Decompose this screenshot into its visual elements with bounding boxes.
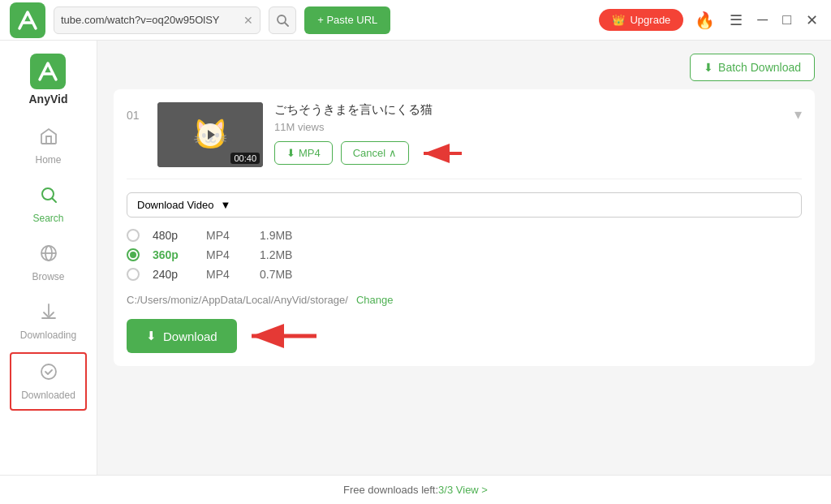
chevron-up-icon: ∧ [389, 147, 397, 159]
play-button[interactable] [199, 123, 222, 146]
upgrade-button[interactable]: 👑 Upgrade [599, 9, 683, 31]
format-dropdown[interactable]: Download Video ▼ [127, 192, 802, 218]
downloaded-icon [39, 362, 58, 386]
red-arrow-download [243, 321, 325, 351]
svg-point-7 [41, 364, 56, 379]
hamburger-icon[interactable]: ☰ [726, 8, 746, 32]
sidebar-browse-label: Browse [32, 271, 64, 282]
app-name-label: AnyVid [29, 93, 68, 106]
video-row: 01 00:40 ごちそうきまを言いにくる猫 11M views ⬇ MP4 [127, 102, 802, 179]
sidebar-downloaded-label: Downloaded [21, 390, 75, 401]
video-number: 01 [127, 102, 146, 122]
video-card: 01 00:40 ごちそうきまを言いにくる猫 11M views ⬇ MP4 [114, 89, 815, 366]
sidebar-downloading-label: Downloading [20, 330, 76, 341]
quality-row-480p[interactable]: 480p MP4 1.9MB [127, 229, 802, 242]
url-bar[interactable]: tube.com/watch?v=oq20w95OlSY ✕ [54, 6, 260, 34]
video-actions: ⬇ MP4 Cancel ∧ [274, 141, 783, 165]
video-title: ごちそうきまを言いにくる猫 [274, 102, 783, 118]
sidebar-item-home[interactable]: Home [0, 118, 97, 174]
quality-row-360p[interactable]: 360p MP4 1.2MB [127, 248, 802, 261]
mp4-button[interactable]: ⬇ MP4 [274, 141, 333, 165]
radio-360p[interactable] [127, 248, 140, 261]
svg-line-1 [285, 23, 288, 26]
maximize-icon[interactable]: □ [779, 8, 794, 32]
search-nav-icon [39, 185, 58, 209]
file-path-row: C:/Users/moniz/AppData/Local/AnyVid/stor… [127, 294, 802, 306]
url-text: tube.com/watch?v=oq20w95OlSY [61, 14, 239, 26]
duration-badge: 00:40 [230, 153, 260, 164]
sidebar-search-label: Search [32, 213, 63, 224]
sidebar-item-downloading[interactable]: Downloading [0, 294, 97, 349]
browse-icon [39, 243, 58, 268]
footer-view-link[interactable]: View > [456, 484, 488, 496]
change-path-link[interactable]: Change [356, 294, 394, 306]
video-row-chevron: ▾ [794, 106, 802, 123]
main-content: ⬇ Batch Download 01 00:40 ごちそうきまを言いにくる猫 … [97, 41, 831, 475]
quality-options: 480p MP4 1.9MB 360p MP4 1.2MB 240p [127, 229, 802, 281]
sidebar-logo-box [30, 54, 66, 89]
paste-url-button[interactable]: + Paste URL [304, 6, 390, 34]
video-info: ごちそうきまを言いにくる猫 11M views ⬇ MP4 Cancel ∧ [274, 102, 783, 165]
home-icon [39, 127, 58, 151]
download-icon-mp4: ⬇ [286, 147, 295, 159]
footer-count: 3/3 [438, 484, 453, 496]
url-clear-icon[interactable]: ✕ [243, 14, 253, 27]
minimize-icon[interactable]: ─ [754, 8, 771, 32]
video-views: 11M views [274, 121, 783, 133]
batch-download-button[interactable]: ⬇ Batch Download [690, 54, 815, 81]
file-path-text: C:/Users/moniz/AppData/Local/AnyVid/stor… [127, 294, 348, 306]
downloading-icon [39, 302, 58, 326]
menu-icon[interactable]: 🔥 [691, 7, 718, 33]
sidebar-logo: AnyVid [29, 54, 68, 106]
download-action-row: ⬇ Download [127, 319, 802, 353]
app-logo [10, 2, 45, 38]
download-icon-main: ⬇ [146, 329, 157, 343]
titlebar: tube.com/watch?v=oq20w95OlSY ✕ + Paste U… [0, 0, 831, 41]
sidebar-item-search[interactable]: Search [0, 177, 97, 232]
quality-row-240p[interactable]: 240p MP4 0.7MB [127, 268, 802, 281]
search-button[interactable] [269, 6, 296, 34]
main-layout: AnyVid Home Search [0, 41, 831, 475]
close-icon[interactable]: ✕ [803, 8, 821, 32]
crown-icon: 👑 [612, 14, 625, 26]
dropdown-arrow-icon: ▼ [220, 199, 230, 211]
video-thumbnail: 00:40 [157, 102, 263, 167]
sidebar: AnyVid Home Search [0, 41, 97, 475]
download-options: Download Video ▼ 480p MP4 1.9MB [127, 179, 802, 353]
bottom-bar: Free downloads left: 3/3 View > [0, 475, 831, 504]
sidebar-item-downloaded[interactable]: Downloaded [10, 352, 87, 411]
radio-240p[interactable] [127, 268, 140, 281]
svg-line-3 [52, 199, 56, 203]
download-icon-batch: ⬇ [704, 61, 713, 74]
sidebar-home-label: Home [35, 154, 61, 166]
cancel-button[interactable]: Cancel ∧ [341, 141, 409, 165]
radio-480p[interactable] [127, 229, 140, 242]
red-arrow-cancel [417, 142, 466, 165]
format-select-row: Download Video ▼ [127, 192, 802, 218]
sidebar-item-browse[interactable]: Browse [0, 235, 97, 291]
download-button[interactable]: ⬇ Download [127, 319, 237, 353]
footer-text: Free downloads left: [343, 484, 438, 496]
